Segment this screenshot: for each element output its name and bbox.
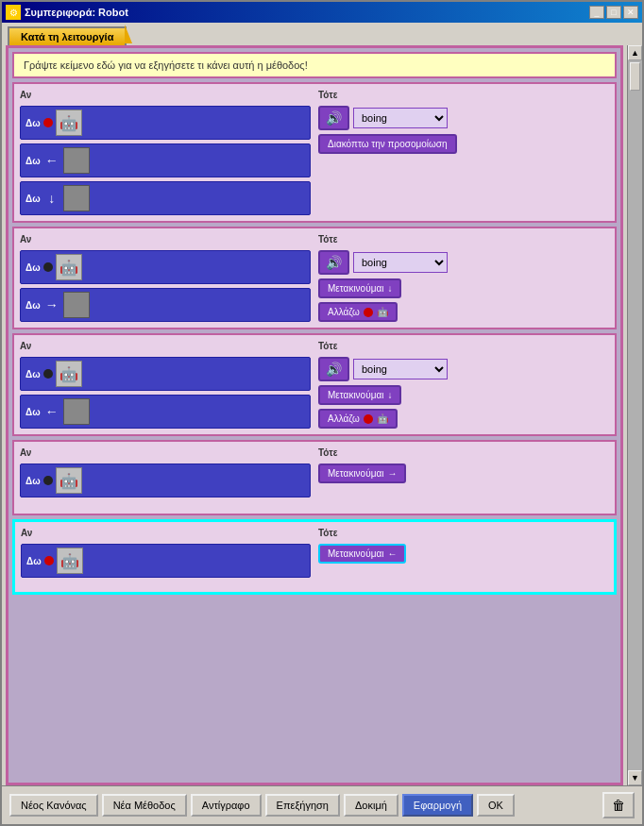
rule2-cond1[interactable]: Δω 🤖: [20, 250, 311, 284]
gray-square-icon: [63, 292, 90, 318]
rule1-sound: 🔊 boing: [318, 106, 609, 130]
change-button-2[interactable]: Αλλάζω 🤖: [318, 302, 398, 322]
rule3-cond2[interactable]: Δω ←: [20, 395, 311, 429]
rule-block-2: Αν Δω 🤖 Δω → Τότε: [12, 227, 617, 329]
rule1-tote: Τότε: [318, 90, 609, 100]
sound-button[interactable]: 🔊: [318, 106, 349, 130]
rule1-cond1[interactable]: Δω 🤖: [20, 106, 311, 140]
left-arrow-icon: ←: [43, 152, 60, 169]
rule1-left: Αν Δω 🤖 Δω ←: [20, 90, 311, 215]
rule5-left: Αν Δω 🤖: [21, 528, 311, 586]
sound-select-3[interactable]: boing: [353, 359, 448, 379]
move-left-button-selected[interactable]: Μετακινούμαι ←: [318, 544, 406, 564]
robot-icon: 🤖: [56, 361, 82, 387]
rule5-right: Τότε Μετακινούμαι ←: [311, 528, 608, 586]
rule1-action1: Διακόπτω την προσομοίωση: [318, 134, 609, 154]
ok-button[interactable]: OK: [477, 794, 515, 817]
rule4-left: Αν Δω 🤖: [20, 447, 311, 508]
move-arrow-icon: ↓: [387, 390, 392, 400]
rule4-right: Τότε Μετακινούμαι →: [311, 447, 609, 508]
dot-red-inline: [364, 308, 373, 317]
rule2-left: Αν Δω 🤖 Δω →: [20, 234, 311, 322]
down-arrow-icon: ↓: [43, 190, 60, 207]
description-bar: Γράψτε κείμενο εδώ για να εξηγήσετε τι κ…: [12, 52, 617, 78]
dot-red-icon: [43, 118, 53, 127]
dot-red-icon: [44, 556, 54, 565]
move-label: Μετακινούμαι: [328, 283, 383, 294]
content-area: Γράψτε κείμενο εδώ για να εξηγήσετε τι κ…: [2, 45, 642, 785]
rule3-right: Τότε 🔊 boing Μετακινούμαι: [311, 341, 609, 429]
inner-content: Γράψτε κείμενο εδώ για να εξηγήσετε τι κ…: [2, 45, 627, 785]
rule1-av: Αν: [20, 90, 311, 100]
new-method-button[interactable]: Νέα Μέθοδος: [102, 794, 187, 817]
sound-icon: 🔊: [326, 255, 342, 270]
rule5-av: Αν: [21, 528, 311, 538]
dot-black-icon: [43, 476, 53, 485]
maximize-button[interactable]: □: [606, 6, 621, 19]
rule-block-5: Αν Δω 🤖 Τότε Μετακινούμαι ←: [12, 519, 617, 595]
left-arrow-icon: ←: [43, 403, 60, 420]
dot-black-icon: [43, 262, 53, 272]
rule5-move: Μετακινούμαι ←: [318, 544, 608, 564]
move-down-button[interactable]: Μετακινούμαι ↓: [318, 278, 401, 298]
rule3-left: Αν Δω 🤖 Δω ←: [20, 341, 311, 429]
robot-inline: 🤖: [377, 307, 388, 317]
rule-block-3: Αν Δω 🤖 Δω ← Τότε: [12, 333, 617, 436]
rule4-cond1[interactable]: Δω 🤖: [20, 464, 311, 497]
bottom-bar: Νέος Κανόνας Νέα Μέθοδος Αντίγραφο Επεξή…: [2, 785, 642, 824]
tab-operation[interactable]: Κατά τη λειτουργία: [8, 26, 127, 45]
robot-icon: 🤖: [56, 110, 82, 136]
close-button[interactable]: ✕: [623, 6, 638, 19]
rule2-move: Μετακινούμαι ↓: [318, 278, 609, 298]
window-title: Συμπεριφορά: Robot: [25, 7, 589, 18]
rule1-right: Τότε 🔊 boing: [311, 90, 609, 215]
sound-icon: 🔊: [326, 362, 342, 377]
robot-icon: 🤖: [56, 467, 82, 494]
scroll-down-button[interactable]: ▼: [628, 770, 642, 785]
scrollbar: ▲ ▼: [627, 45, 642, 785]
rule2-right: Τότε 🔊 boing Μετακινούμαι: [311, 234, 609, 322]
trash-button[interactable]: 🗑: [602, 792, 635, 818]
move-down-button-3[interactable]: Μετακινούμαι ↓: [318, 385, 401, 405]
rule2-av: Αν: [20, 234, 311, 244]
rule2-change: Αλλάζω 🤖: [318, 302, 609, 322]
dot-red-inline: [364, 414, 373, 424]
rule2-tote: Τότε: [318, 234, 609, 244]
description-text: Γράψτε κείμενο εδώ για να εξηγήσετε τι κ…: [24, 59, 308, 71]
new-rule-button[interactable]: Νέος Κανόνας: [9, 794, 98, 817]
rule3-sound: 🔊 boing: [318, 357, 609, 381]
rule1-cond3[interactable]: Δω ↓: [20, 181, 311, 215]
rule4-tote: Τότε: [318, 447, 609, 458]
dot-black-icon: [43, 369, 53, 379]
apply-button[interactable]: Εφαρμογή: [402, 794, 473, 817]
minimize-button[interactable]: _: [589, 6, 604, 19]
window-icon: ⚙: [6, 5, 21, 20]
sound-button-2[interactable]: 🔊: [318, 250, 349, 275]
move-arrow-icon: ↓: [387, 283, 392, 294]
rule5-cond1[interactable]: Δω 🤖: [21, 544, 311, 578]
rule3-move: Μετακινούμαι ↓: [318, 385, 609, 405]
copy-button[interactable]: Αντίγραφο: [191, 794, 262, 817]
move-label: Μετακινούμαι: [328, 468, 383, 479]
change-label: Αλλάζω: [328, 413, 360, 424]
sound-select-1[interactable]: boing: [353, 108, 448, 128]
rules-container: Γράψτε κείμενο εδώ για να εξηγήσετε τι κ…: [6, 45, 623, 785]
window-controls: _ □ ✕: [589, 6, 638, 19]
gray-square-icon: [63, 147, 90, 174]
rule2-cond2[interactable]: Δω →: [20, 288, 311, 322]
change-button-3[interactable]: Αλλάζω 🤖: [318, 409, 398, 429]
scroll-up-button[interactable]: ▲: [628, 45, 642, 60]
rule3-cond1[interactable]: Δω 🤖: [20, 357, 311, 391]
main-window: ⚙ Συμπεριφορά: Robot _ □ ✕ Κατά τη λειτο…: [0, 0, 644, 826]
move-label: Μετακινούμαι: [328, 390, 383, 400]
explain-button[interactable]: Επεξήγηση: [265, 794, 340, 817]
rule1-cond2[interactable]: Δω ←: [20, 143, 311, 177]
sound-select-2[interactable]: boing: [353, 252, 448, 273]
rule3-change: Αλλάζω 🤖: [318, 409, 609, 429]
move-right-button[interactable]: Μετακινούμαι →: [318, 464, 406, 483]
stop-simulation-button[interactable]: Διακόπτω την προσομοίωση: [318, 134, 457, 154]
scroll-thumb[interactable]: [630, 62, 640, 91]
sound-button-3[interactable]: 🔊: [318, 357, 349, 381]
test-button[interactable]: Δοκιμή: [344, 794, 398, 817]
move-left-icon: ←: [387, 548, 397, 559]
